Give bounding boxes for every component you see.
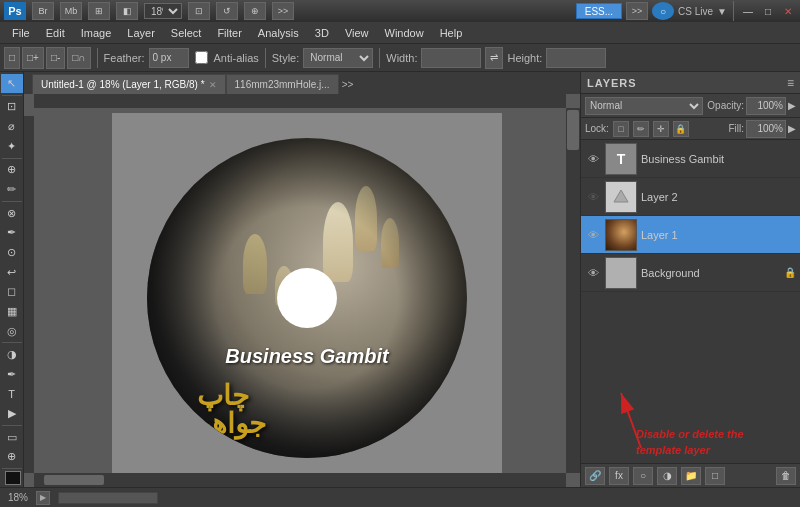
canvas-content[interactable]: Business Gambit چاپجواهر (24, 94, 580, 487)
new-layer-btn[interactable]: □ (705, 467, 725, 485)
eraser-tool[interactable]: ◻ (1, 282, 23, 301)
screen-mode-button[interactable]: ⊡ (188, 2, 210, 20)
menu-select[interactable]: Select (163, 22, 210, 44)
feather-input[interactable] (149, 48, 189, 68)
canvas-tab-untitled[interactable]: Untitled-1 @ 18% (Layer 1, RGB/8) * ✕ (32, 74, 226, 94)
layer-eye-layer2[interactable]: 👁 (585, 189, 601, 205)
layer-item-layer2[interactable]: 👁 Layer 2 (581, 178, 800, 216)
menu-image[interactable]: Image (73, 22, 120, 44)
menu-window[interactable]: Window (377, 22, 432, 44)
foreground-color[interactable] (5, 471, 21, 485)
status-document-info[interactable] (58, 492, 158, 504)
rotate-button[interactable]: ↺ (216, 2, 238, 20)
layer-thumb-text-t: T (606, 144, 636, 174)
magic-wand-tool[interactable]: ✦ (1, 137, 23, 156)
height-input[interactable] (546, 48, 606, 68)
cs-live-chevron[interactable]: ▼ (717, 6, 727, 17)
menu-view[interactable]: View (337, 22, 377, 44)
menu-file[interactable]: File (4, 22, 38, 44)
workspace-extras[interactable]: >> (626, 2, 648, 20)
opacity-input[interactable] (746, 97, 786, 115)
menu-help[interactable]: Help (432, 22, 471, 44)
fill-input[interactable] (746, 120, 786, 138)
bridge-button[interactable]: Br (32, 2, 54, 20)
menu-filter[interactable]: Filter (209, 22, 249, 44)
gradient-tool[interactable]: ▦ (1, 302, 23, 321)
menu-analysis[interactable]: Analysis (250, 22, 307, 44)
status-zoom: 18% (8, 492, 28, 503)
dodge-tool[interactable]: ◑ (1, 345, 23, 364)
fill-chevron[interactable]: ▶ (788, 123, 796, 134)
text-tool[interactable]: T (1, 385, 23, 404)
lock-transparent-btn[interactable]: □ (613, 121, 629, 137)
minimize-button[interactable]: — (740, 3, 756, 19)
layer-name-layer2: Layer 2 (641, 191, 796, 203)
new-group-btn[interactable]: 📁 (681, 467, 701, 485)
brush-tool[interactable]: ✒ (1, 223, 23, 242)
crop-tool[interactable]: ⊕ (1, 160, 23, 179)
link-layers-btn[interactable]: 🔗 (585, 467, 605, 485)
blend-mode-select[interactable]: Normal Multiply Screen Overlay (585, 97, 703, 115)
hscroll-thumb[interactable] (44, 475, 104, 485)
vscroll-thumb[interactable] (567, 110, 579, 150)
layer-item-background[interactable]: 👁 Background 🔒 (581, 254, 800, 292)
subtract-selection-btn[interactable]: □- (46, 47, 65, 69)
tab-label-116mm: 116mm23mmHole.j... (235, 79, 330, 90)
canvas-tab-116mm[interactable]: 116mm23mmHole.j... (226, 74, 339, 94)
antialias-checkbox[interactable] (195, 51, 208, 64)
history-tool[interactable]: ↩ (1, 263, 23, 282)
zoom-percent-select[interactable]: 18% 25% 50% 100% (144, 3, 182, 19)
lock-position-btn[interactable]: ✛ (653, 121, 669, 137)
lasso-tool[interactable]: ⌀ (1, 117, 23, 136)
layer-item-business-gambit[interactable]: 👁 T Business Gambit (581, 140, 800, 178)
workspace-button[interactable]: ESS... (576, 3, 622, 19)
menu-bar: File Edit Image Layer Select Filter Anal… (0, 22, 800, 44)
lock-all-btn[interactable]: 🔒 (673, 121, 689, 137)
layer-item-layer1[interactable]: 👁 Layer 1 (581, 216, 800, 254)
blur-tool[interactable]: ◎ (1, 322, 23, 341)
lock-pixels-btn[interactable]: ✏ (633, 121, 649, 137)
layer-list[interactable]: 👁 T Business Gambit 👁 Layer 2 (581, 140, 800, 463)
layer-style-btn[interactable]: fx (609, 467, 629, 485)
width-input[interactable] (421, 48, 481, 68)
layers-menu-button[interactable]: ≡ (787, 76, 794, 90)
opacity-chevron[interactable]: ▶ (788, 100, 796, 111)
layer-name-background: Background (641, 267, 780, 279)
add-selection-btn[interactable]: □+ (22, 47, 44, 69)
hscroll-bar[interactable] (34, 473, 566, 487)
vscroll-bar[interactable] (566, 108, 580, 473)
delete-layer-btn[interactable]: 🗑 (776, 467, 796, 485)
clone-tool[interactable]: ⊙ (1, 243, 23, 262)
style-select[interactable]: Normal Fixed Ratio Fixed Size (303, 48, 373, 68)
zoom-toggle[interactable]: ⊕ (244, 2, 266, 20)
pen-tool[interactable]: ✒ (1, 365, 23, 384)
tab-more-button[interactable]: >> (339, 74, 357, 94)
layer-mask-btn[interactable]: ○ (633, 467, 653, 485)
cs-live-label[interactable]: CS Live (678, 6, 713, 17)
zoom-tool[interactable]: ⊕ (1, 448, 23, 467)
shape-tool[interactable]: ▭ (1, 428, 23, 447)
marquee-tool[interactable]: ⊡ (1, 98, 23, 117)
minbridge-button[interactable]: Mb (60, 2, 82, 20)
adjustment-layer-btn[interactable]: ◑ (657, 467, 677, 485)
menu-layer[interactable]: Layer (119, 22, 163, 44)
close-button[interactable]: ✕ (780, 3, 796, 19)
tab-close-untitled[interactable]: ✕ (209, 80, 217, 90)
arrange-button[interactable]: ⊞ (88, 2, 110, 20)
swap-dimensions-btn[interactable]: ⇌ (485, 47, 503, 69)
status-info-btn[interactable]: ▶ (36, 491, 50, 505)
new-selection-btn[interactable]: □ (4, 47, 20, 69)
layer-eye-layer1[interactable]: 👁 (585, 227, 601, 243)
eyedropper-tool[interactable]: ✏ (1, 180, 23, 199)
path-tool[interactable]: ▶ (1, 404, 23, 423)
layer-eye-business-gambit[interactable]: 👁 (585, 151, 601, 167)
menu-edit[interactable]: Edit (38, 22, 73, 44)
healing-tool[interactable]: ⊗ (1, 204, 23, 223)
maximize-button[interactable]: □ (760, 3, 776, 19)
move-tool[interactable]: ↖ (1, 74, 23, 93)
view-extras-button[interactable]: ◧ (116, 2, 138, 20)
intersect-selection-btn[interactable]: □∩ (67, 47, 90, 69)
layer-eye-background[interactable]: 👁 (585, 265, 601, 281)
extras-chevron[interactable]: >> (272, 2, 294, 20)
menu-3d[interactable]: 3D (307, 22, 337, 44)
